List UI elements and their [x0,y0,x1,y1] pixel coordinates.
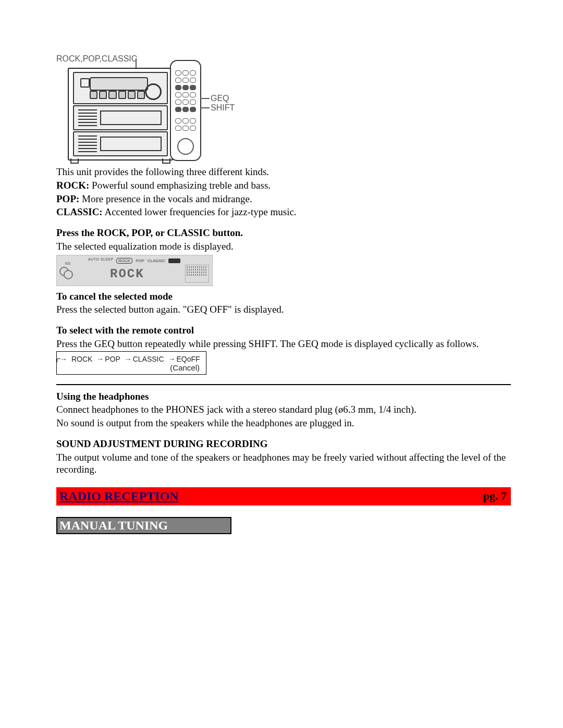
cancel-heading: To cancel the selected mode [56,290,511,303]
arrow-right-icon: → [96,355,104,363]
arrow-right-icon: → [60,355,67,363]
headphones-line2: No sound is output from the speakers whi… [56,417,511,429]
divider [56,384,511,385]
remote-select-text: Press the GEQ button repeatedly while pr… [56,338,511,350]
pop-desc: POP: More presence in the vocals and mid… [56,193,511,205]
stereo-remote-diagram: ROCK,POP,CLASSIC GEQ SHIFT [56,57,230,159]
sound-adj-text: The output volume and tone of the speake… [56,451,511,476]
shift-label: SHIFT [211,103,235,113]
cd-icon [60,267,71,278]
arrow-right-icon: → [168,355,176,363]
eq-display-illustration: NS AUTO SLEEP ROCK POP CLASSIC XX ROCK [56,255,213,286]
classic-desc: CLASSIC: Accented lower frequencies for … [56,206,511,218]
sound-adj-heading: SOUND ADJUSTMENT DURING RECORDING [56,438,511,450]
remote-select-heading: To select with the remote control [56,324,511,337]
geq-label: GEQ [211,94,229,103]
headphones-line1: Connect headphones to the PHONES jack wi… [56,403,511,416]
rock-desc: ROCK: Powerful sound emphasizing treble … [56,179,511,192]
rock-pop-classic-label: ROCK,POP,CLASSIC [56,54,137,64]
headphones-heading: Using the headphones [56,390,511,403]
chapter-page: pg. 7 [481,488,510,504]
press-heading: Press the ROCK, POP, or CLASSIC button. [56,227,511,239]
arrow-right-icon: → [125,355,132,363]
chapter-title: RADIO RECEPTION [57,488,182,504]
chapter-heading-box: RADIO RECEPTION pg. 7 [56,487,511,505]
subsection-title: MANUAL TUNING [59,519,168,532]
stereo-unit-illustration [68,68,173,161]
intro-text: This unit provides the following three d… [56,166,511,178]
subsection-heading-box: MANUAL TUNING [56,517,231,534]
geq-cycle-diagram: → ROCK →POP →CLASSIC →EQoFF (Cancel) [56,351,206,375]
remote-control-illustration [170,60,201,161]
cancel-text: Press the selected button again. "GEQ OF… [56,303,511,316]
press-text: The selected equalization mode is displa… [56,240,511,253]
